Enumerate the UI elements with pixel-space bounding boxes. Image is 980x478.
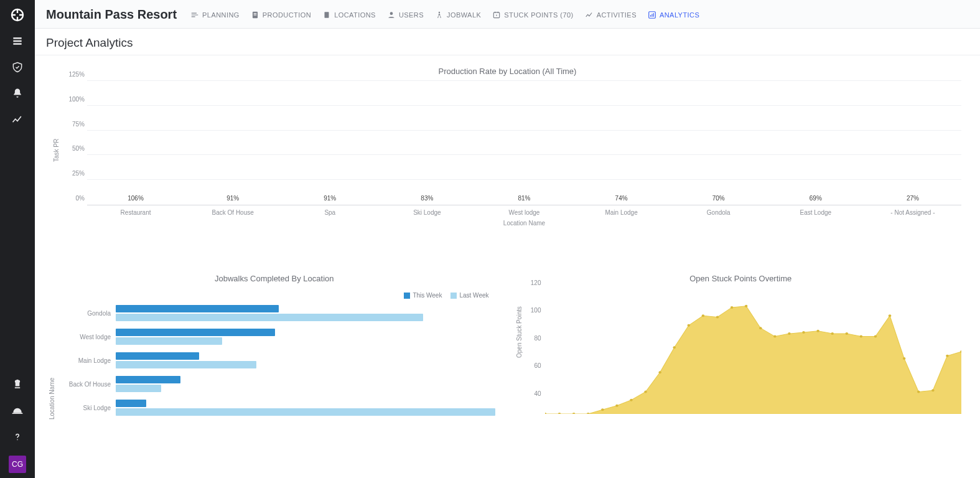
hbar-label: West lodge xyxy=(54,334,111,340)
tab-label: LOCATIONS xyxy=(334,11,376,19)
svg-point-31 xyxy=(730,306,732,309)
hbar-this-week xyxy=(116,305,279,312)
tab-jobwalk[interactable]: JOBWALK xyxy=(435,11,481,19)
main-area: Mountain Pass Resort PLANNINGPRODUCTIONL… xyxy=(35,0,980,478)
jobwalks-chart: Location Name GondolaWest lodgeMain Lodg… xyxy=(54,301,495,419)
chart1-ytick: 125% xyxy=(60,71,85,78)
bar-value-label: 74% xyxy=(589,195,653,202)
svg-rect-10 xyxy=(325,12,329,17)
tab-stuck-points-70-[interactable]: STUCK POINTS (70) xyxy=(492,11,573,19)
chart3-title: Open Stuck Points Overtime xyxy=(520,274,962,283)
hardhat-icon[interactable] xyxy=(10,403,25,418)
svg-rect-5 xyxy=(12,413,23,414)
hbar-this-week xyxy=(116,400,146,407)
user-avatar[interactable]: CG xyxy=(9,456,26,473)
topbar: Mountain Pass Resort PLANNINGPRODUCTIONL… xyxy=(35,0,980,29)
tab-label: STUCK POINTS (70) xyxy=(504,11,573,19)
hbar-label: Ski Lodge xyxy=(54,405,111,411)
chart1-title: Production Rate by Location (All Time) xyxy=(54,67,961,76)
stuck-points-panel: Open Stuck Points Overtime Open Stuck Po… xyxy=(520,274,962,426)
stack-icon[interactable] xyxy=(10,34,25,49)
logo-icon[interactable] xyxy=(10,7,25,22)
hbar-row: Ski Lodge xyxy=(116,396,495,419)
svg-point-33 xyxy=(759,327,762,329)
chart3-ytick: 120 xyxy=(524,279,541,286)
bar-value-label: 81% xyxy=(492,195,556,202)
chart1-xlabel-item: West lodge xyxy=(475,209,572,216)
bar-value-label: 70% xyxy=(686,195,750,202)
svg-point-25 xyxy=(644,390,646,393)
svg-rect-9 xyxy=(253,14,256,15)
svg-point-41 xyxy=(874,335,876,338)
svg-point-20 xyxy=(572,413,574,414)
svg-rect-3 xyxy=(13,43,21,45)
svg-point-30 xyxy=(716,316,718,318)
svg-point-42 xyxy=(888,314,890,317)
page-title: Project Analytics xyxy=(46,36,969,50)
legend-last-week: Last Week xyxy=(459,292,488,299)
tab-locations[interactable]: LOCATIONS xyxy=(322,11,376,19)
production-icon xyxy=(251,11,259,19)
chart1-xlabel-item: Spa xyxy=(281,209,378,216)
chart3-ytick: 100 xyxy=(524,307,541,314)
bar-value-label: 83% xyxy=(395,195,459,202)
hbar-this-week xyxy=(116,329,275,336)
svg-point-45 xyxy=(931,389,934,391)
hbar-row: West lodge xyxy=(116,325,495,349)
production-rate-chart: Task PR 106%91%91%83%81%74%70%69%27% 0%2… xyxy=(54,81,961,243)
chart1-xlabel-item: Restaurant xyxy=(87,209,184,216)
analytics-icon xyxy=(648,11,656,19)
tab-label: ANALYTICS xyxy=(660,11,699,19)
svg-point-27 xyxy=(673,346,675,349)
tab-analytics[interactable]: ANALYTICS xyxy=(648,11,699,19)
chart1-xlabel-item: - Not Assigned - xyxy=(864,209,961,216)
chart3-ytick: 80 xyxy=(524,334,541,341)
tab-label: PLANNING xyxy=(202,11,240,19)
hbar-label: Main Lodge xyxy=(54,357,111,364)
tab-label: USERS xyxy=(399,11,424,19)
chart1-xlabel-item: Back Of House xyxy=(184,209,281,216)
svg-point-24 xyxy=(630,399,632,401)
chart1-xlabel-item: Ski Lodge xyxy=(378,209,475,216)
svg-point-44 xyxy=(917,390,920,393)
svg-rect-8 xyxy=(253,13,256,14)
svg-point-40 xyxy=(859,335,862,338)
chef-icon[interactable] xyxy=(10,377,25,392)
svg-point-46 xyxy=(946,355,948,357)
bell-icon[interactable] xyxy=(10,86,25,101)
tab-activities[interactable]: ACTIVITIES xyxy=(585,11,637,19)
svg-point-21 xyxy=(587,413,589,414)
svg-point-11 xyxy=(390,12,393,15)
subheader: Project Analytics xyxy=(35,29,980,55)
hbar-last-week xyxy=(116,408,495,416)
bar-value-label: 106% xyxy=(104,195,168,202)
help-icon[interactable] xyxy=(10,429,25,444)
stuck-points-icon xyxy=(492,11,501,19)
chart1-ytick: 75% xyxy=(60,120,85,127)
shield-icon[interactable] xyxy=(10,60,25,75)
trend-icon[interactable] xyxy=(10,112,25,127)
chart1-xlabel-item: East Lodge xyxy=(767,209,864,216)
chart3-ytick: 40 xyxy=(524,390,541,396)
svg-point-19 xyxy=(558,413,560,414)
tab-production[interactable]: PRODUCTION xyxy=(251,11,311,19)
planning-icon xyxy=(190,11,199,19)
hbar-last-week xyxy=(116,361,256,368)
chart2-title: Jobwalks Completed By Location xyxy=(54,274,495,283)
stuck-points-chart: Open Stuck Points 406080100120 xyxy=(520,289,962,426)
chart3-ylabel: Open Stuck Points xyxy=(515,306,522,358)
svg-point-18 xyxy=(545,413,546,414)
tab-users[interactable]: USERS xyxy=(387,11,424,19)
legend-swatch-this-week xyxy=(404,293,410,299)
hbar-this-week xyxy=(116,376,180,383)
chart1-ylabel: Task PR xyxy=(53,139,60,162)
hbar-last-week xyxy=(116,385,161,392)
svg-point-43 xyxy=(902,357,905,360)
svg-point-37 xyxy=(816,330,819,332)
svg-point-35 xyxy=(788,332,790,335)
chart1-xlabel-item: Gondola xyxy=(670,209,767,216)
tab-planning[interactable]: PLANNING xyxy=(190,11,240,19)
chart3-ytick: 60 xyxy=(524,362,541,369)
svg-point-12 xyxy=(439,11,440,12)
chart1-xlabel-item: Main Lodge xyxy=(573,209,670,216)
